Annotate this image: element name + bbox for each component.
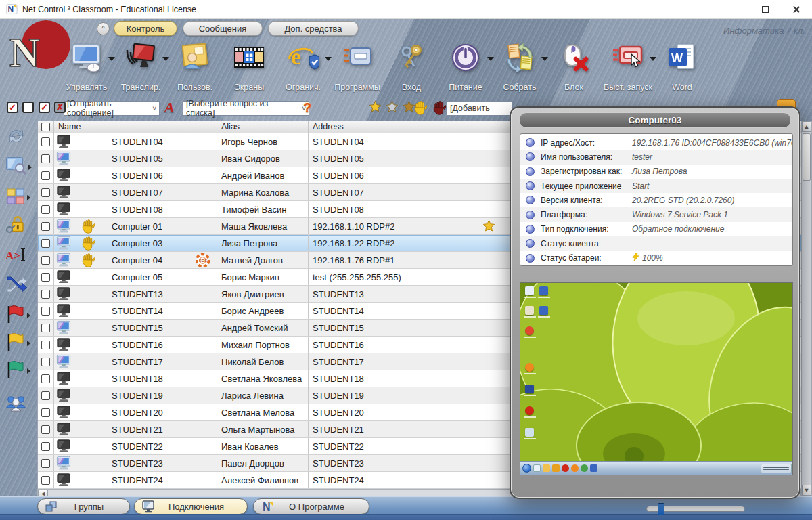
- row-checkbox[interactable]: [38, 387, 54, 404]
- add-bookmark-input[interactable]: [Добавить: [447, 101, 513, 116]
- name-cell[interactable]: STUDENT20: [54, 404, 217, 420]
- toolbar-item-11[interactable]: W Word: [655, 42, 709, 92]
- toolbar-item-4[interactable]: e Огранич.: [276, 42, 330, 92]
- maximize-button[interactable]: [750, 0, 781, 18]
- checkbox-empty-icon[interactable]: [22, 102, 34, 113]
- close-button[interactable]: [781, 0, 812, 18]
- sidebar-item-groups-grid[interactable]: [5, 186, 32, 210]
- row-checkbox[interactable]: [38, 252, 54, 268]
- name-cell[interactable]: STUDENT13: [54, 286, 217, 302]
- name-cell[interactable]: STUDENT16: [54, 337, 217, 353]
- checkbox-checked-icon[interactable]: ✓: [7, 102, 18, 113]
- name-cell[interactable]: Computer 03: [54, 235, 217, 251]
- computer-details-popup[interactable]: Computer03 IP адрес/Хост: 192.168.1.76 I…: [510, 106, 800, 499]
- row-checkbox[interactable]: [38, 167, 54, 183]
- toolbar-item-2[interactable]: Пользов.: [168, 42, 222, 92]
- tab-1[interactable]: Сообщения: [183, 21, 263, 36]
- checkbox-crossed-icon[interactable]: ✗: [54, 102, 66, 113]
- name-cell[interactable]: Computer 01: [54, 218, 217, 234]
- name-cell[interactable]: STUDENT24: [54, 472, 217, 488]
- bottom-tab-0[interactable]: Группы: [37, 498, 130, 515]
- row-checkbox[interactable]: [38, 472, 54, 488]
- name-cell[interactable]: STUDENT04: [54, 133, 217, 150]
- desktop-preview[interactable]: [520, 282, 793, 475]
- toolbar-item-3[interactable]: Экраны: [222, 42, 276, 92]
- sidebar-item-users-group[interactable]: [5, 393, 32, 417]
- name-cell[interactable]: STUDENT23: [54, 455, 217, 471]
- toolbar-item-8[interactable]: Собрать: [493, 42, 547, 92]
- row-checkbox[interactable]: [38, 133, 54, 150]
- name-cell[interactable]: STUDENT17: [54, 353, 217, 370]
- row-checkbox[interactable]: [38, 421, 54, 437]
- name-cell[interactable]: STUDENT21: [54, 421, 217, 437]
- row-checkbox[interactable]: [38, 286, 54, 302]
- toolbar-item-1[interactable]: Транслир.: [114, 42, 168, 92]
- name-cell[interactable]: STUDENT15: [54, 320, 217, 336]
- name-cell[interactable]: STUDENT22: [54, 438, 217, 454]
- checkbox-checked-icon[interactable]: ✓: [39, 102, 50, 113]
- row-checkbox[interactable]: [38, 150, 54, 167]
- row-checkbox[interactable]: [38, 337, 54, 353]
- row-checkbox[interactable]: [38, 303, 54, 319]
- row-checkbox[interactable]: [38, 353, 54, 370]
- help-question-icon[interactable]: ?: [303, 100, 311, 116]
- tab-0[interactable]: Контроль: [114, 21, 177, 36]
- select-all-checkbox[interactable]: [38, 121, 54, 133]
- sidebar-item-rename[interactable]: A>: [5, 244, 32, 268]
- name-cell[interactable]: Computer 05: [54, 269, 217, 285]
- sidebar-item-flag-#d83030[interactable]: [5, 303, 32, 328]
- raise-hand-icon[interactable]: [433, 100, 446, 118]
- star-mark-icon[interactable]: [386, 100, 399, 116]
- toolbar-item-5[interactable]: Программы: [330, 42, 384, 92]
- row-checkbox[interactable]: [38, 269, 54, 285]
- name-cell[interactable]: STUDENT08: [54, 201, 217, 217]
- send-message-combo[interactable]: [Отправить сообщение] ˅: [64, 101, 160, 116]
- toolbar-item-9[interactable]: Блок: [547, 42, 601, 92]
- row-checkbox[interactable]: [38, 404, 54, 420]
- name-cell[interactable]: STUDENT07: [54, 184, 217, 200]
- name-cell[interactable]: Computer 04 SOS: [54, 252, 217, 268]
- row-checkbox[interactable]: [38, 455, 54, 471]
- star-mark-icon[interactable]: [369, 100, 382, 116]
- scroll-down-button[interactable]: ▼: [802, 485, 811, 496]
- header-name[interactable]: Name: [54, 121, 217, 133]
- row-checkbox[interactable]: [38, 438, 54, 454]
- header-status[interactable]: [474, 121, 499, 133]
- header-address[interactable]: Address: [309, 121, 474, 133]
- font-format-icon[interactable]: A: [164, 99, 175, 116]
- slider-knob[interactable]: [658, 503, 664, 515]
- sidebar-item-lock-key[interactable]: [5, 214, 32, 238]
- bottom-tab-2[interactable]: N О Программе: [253, 498, 369, 515]
- row-checkbox[interactable]: [38, 235, 54, 251]
- toolbar-item-6[interactable]: Вход: [384, 42, 438, 92]
- thumbnail-size-slider[interactable]: [646, 506, 745, 512]
- toolbar-item-10[interactable]: Быст. запуск: [601, 42, 655, 92]
- minimize-button[interactable]: [719, 0, 750, 18]
- name-cell[interactable]: STUDENT18: [54, 370, 217, 387]
- sidebar-item-shuffle[interactable]: [5, 274, 32, 298]
- row-checkbox[interactable]: [38, 370, 54, 387]
- name-cell[interactable]: STUDENT14: [54, 303, 217, 319]
- name-cell[interactable]: STUDENT05: [54, 150, 217, 167]
- row-checkbox[interactable]: [38, 218, 54, 234]
- raise-hand-icon[interactable]: [414, 100, 427, 118]
- sidebar-item-flag-#f2c52e[interactable]: [5, 331, 32, 355]
- name-cell[interactable]: STUDENT19: [54, 387, 217, 404]
- sidebar-item-find-screen[interactable]: [5, 155, 32, 179]
- bottom-tab-1[interactable]: Подключения: [134, 498, 248, 515]
- vertical-scrollbar[interactable]: ▲ ▼: [801, 121, 812, 496]
- row-checkbox[interactable]: [38, 184, 54, 200]
- field-value: Start: [632, 181, 649, 191]
- question-list-combo[interactable]: [Выберите вопрос из списка] ˅: [183, 101, 309, 116]
- name-cell[interactable]: STUDENT06: [54, 167, 217, 183]
- header-alias[interactable]: Alias: [217, 121, 309, 133]
- scroll-up-button[interactable]: ▲: [802, 121, 811, 132]
- sidebar-item-flag-#2eaa7e[interactable]: [5, 359, 32, 383]
- row-checkbox[interactable]: [38, 320, 54, 336]
- tab-2[interactable]: Доп. средства: [268, 21, 359, 36]
- sidebar-item-refresh[interactable]: [5, 125, 32, 150]
- toolbar-item-7[interactable]: Питание: [438, 42, 493, 92]
- scrollbar-thumb[interactable]: [803, 133, 811, 181]
- row-checkbox[interactable]: [38, 201, 54, 217]
- collapse-ribbon-button[interactable]: ^: [97, 22, 110, 35]
